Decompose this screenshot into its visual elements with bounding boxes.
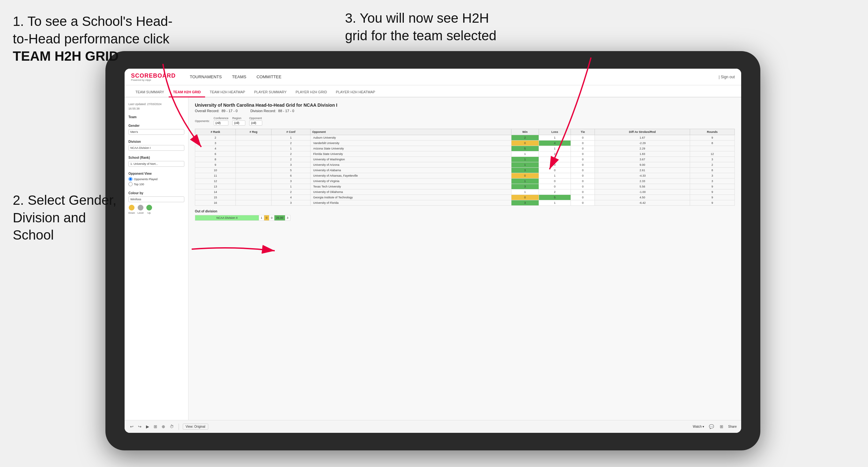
left-panel: Last Updated: 27/03/2024 16:55:38 Team G… <box>125 97 188 420</box>
annotation-2: 2. Select Gender, Division and School <box>13 192 166 244</box>
nav-item-teams[interactable]: TEAMS <box>227 72 251 81</box>
table-cell: 2 <box>511 135 539 141</box>
conference-select[interactable]: (All) <box>214 120 229 126</box>
table-cell: 1.83 <box>595 151 690 157</box>
region-select[interactable]: (All) <box>232 120 245 126</box>
region-label: Region <box>232 117 245 120</box>
opponent-view-radio-group: Opponents Played Top 100 <box>128 177 184 186</box>
table-cell: 0 <box>571 146 595 151</box>
grid-icon[interactable]: ⊞ <box>719 423 724 430</box>
nav-item-committee[interactable]: COMMITTEE <box>252 72 286 81</box>
data-table: # Rank # Reg # Conf Opponent Win Loss Ti… <box>195 129 735 206</box>
undo-icon[interactable]: ↩ <box>129 423 134 430</box>
gender-select[interactable]: Men's <box>128 129 184 135</box>
opponent-select[interactable]: (All) <box>249 120 262 126</box>
ann2-line1: 2. Select Gender, <box>13 193 117 208</box>
table-cell: 0 <box>539 162 571 168</box>
sub-nav-team-summary[interactable]: TEAM SUMMARY <box>131 88 169 97</box>
filter-conference: Conference (All) <box>214 117 229 126</box>
table-cell: 3 <box>271 200 311 206</box>
sign-out[interactable]: | Sign out <box>719 75 735 79</box>
table-cell <box>236 157 272 162</box>
division-select[interactable]: NCAA Division I <box>128 145 184 151</box>
division-label: Division <box>128 140 184 144</box>
table-cell: 0 <box>571 200 595 206</box>
table-cell: 0 <box>571 195 595 200</box>
nav-item-tournaments[interactable]: TOURNAMENTS <box>185 72 226 81</box>
table-row: 123University of Virginia1002.333 <box>195 179 735 184</box>
annotation-3: 3. You will now see H2H grid for the tea… <box>345 9 562 44</box>
table-cell: 3 <box>271 162 311 168</box>
school-label: School (Rank) <box>128 156 184 159</box>
table-cell: 3 <box>690 157 735 162</box>
share-btn[interactable]: Share <box>728 425 737 428</box>
table-cell: 9 <box>690 135 735 141</box>
main-content: Last Updated: 27/03/2024 16:55:38 Team G… <box>125 97 741 420</box>
out-division-cell: 1 <box>259 215 264 221</box>
radio-top100[interactable]: Top 100 <box>128 182 184 186</box>
insert-icon[interactable]: ⊕ <box>161 423 166 430</box>
out-division-cell: 26.00 <box>274 215 285 221</box>
table-cell: 2 <box>690 162 735 168</box>
out-of-division-table: NCAA Division II10026.003 <box>195 215 290 221</box>
ann2-line2: Division and <box>13 210 86 225</box>
table-row: 41Arizona State University5102.29 <box>195 146 735 151</box>
table-row: 116University of Arkansas, Fayetteville0… <box>195 173 735 179</box>
sub-nav-team-h2h-heatmap[interactable]: TEAM H2H HEATMAP <box>205 88 249 97</box>
annotation-1: 1. To see a School's Head- to-Head perfo… <box>13 13 179 65</box>
sub-nav-player-summary[interactable]: PLAYER SUMMARY <box>249 88 291 97</box>
last-updated-section: Last Updated: 27/03/2024 16:55:38 <box>128 102 184 110</box>
table-cell: 2.61 <box>595 168 690 173</box>
table-cell <box>236 151 272 157</box>
table-cell: 10 <box>195 168 236 173</box>
radio-opponents-played[interactable]: Opponents Played <box>128 177 184 181</box>
ann1-line1: 1. To see a School's Head- <box>13 14 173 29</box>
col-tie: Tie <box>571 129 595 135</box>
table-cell: 4 <box>539 141 571 146</box>
table-cell: 0 <box>511 173 539 179</box>
table-cell: Georgia Institute of Technology <box>311 195 511 200</box>
table-cell: 11 <box>195 173 236 179</box>
col-win: Win <box>511 129 539 135</box>
comment-icon[interactable]: 💬 <box>708 423 715 430</box>
table-cell: 1 <box>271 146 311 151</box>
clock-icon[interactable]: ⏱ <box>169 423 175 430</box>
out-division-cell: 0 <box>269 215 274 221</box>
last-updated-label: Last Updated: 27/03/2024 <box>128 102 184 106</box>
table-row: 82University of Washington1003.673 <box>195 157 735 162</box>
overall-record-label: Overall Record: 89 - 17 - 0 <box>195 109 238 113</box>
watch-btn[interactable]: Watch ▾ <box>693 425 705 428</box>
table-cell: 0 <box>571 141 595 146</box>
crop-icon[interactable]: ⊞ <box>153 423 158 430</box>
sub-nav-player-h2h-heatmap[interactable]: PLAYER H2H HEATMAP <box>331 88 379 97</box>
view-original-btn[interactable]: View: Original <box>183 424 208 430</box>
table-cell: 1 <box>539 173 571 179</box>
radio-opponents-played-input[interactable] <box>128 177 132 181</box>
table-cell: University of Washington <box>311 157 511 162</box>
table-header-row: # Rank # Reg # Conf Opponent Win Loss Ti… <box>195 129 735 135</box>
table-cell: 1 <box>539 146 571 151</box>
redo-icon[interactable]: ↪ <box>137 423 143 430</box>
grid-title: University of North Carolina Head-to-Hea… <box>195 102 735 107</box>
tablet-frame: SCOREBOARD Powered by clippi TOURNAMENTS… <box>105 51 760 450</box>
forward-icon[interactable]: ▶ <box>145 423 150 430</box>
radio-top100-input[interactable] <box>128 182 132 186</box>
table-cell: 16 <box>195 200 236 206</box>
table-cell: 2 <box>271 151 311 157</box>
table-cell: 1 <box>539 200 571 206</box>
table-cell: 2 <box>195 135 236 141</box>
table-cell <box>236 135 272 141</box>
table-cell: 2 <box>539 151 571 157</box>
table-cell: Florida State University <box>311 151 511 157</box>
table-cell: 3 <box>511 184 539 189</box>
table-cell: 0 <box>571 151 595 157</box>
table-cell: 1 <box>539 135 571 141</box>
sub-nav-team-h2h-grid[interactable]: TEAM H2H GRID <box>169 88 206 97</box>
table-cell: 5.56 <box>595 184 690 189</box>
sub-nav-player-h2h-grid[interactable]: PLAYER H2H GRID <box>291 88 331 97</box>
table-cell: 2 <box>271 157 311 162</box>
table-cell: 1.67 <box>595 135 690 141</box>
table-cell: 0 <box>571 157 595 162</box>
filters-row: Opponents: Conference (All) Region (All) <box>195 117 735 126</box>
school-select[interactable]: 1. University of Nort... <box>128 161 184 167</box>
